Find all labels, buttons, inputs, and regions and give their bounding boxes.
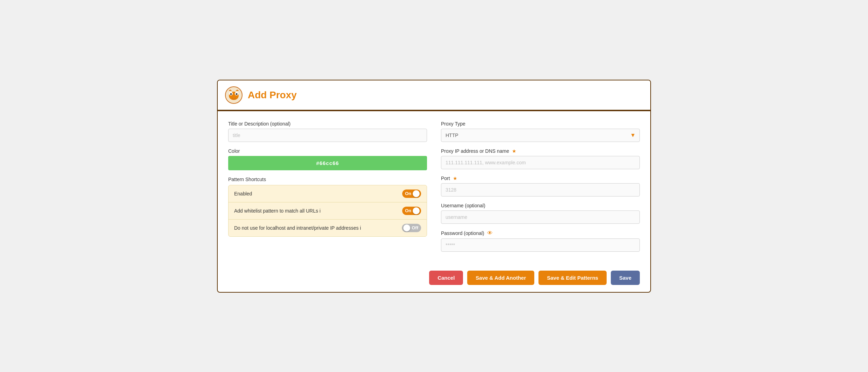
- color-label: Color: [228, 148, 427, 154]
- toggle-knob: [413, 190, 420, 197]
- footer-buttons: Cancel Save & Add Another Save & Edit Pa…: [218, 265, 650, 292]
- shortcut-label-localhost: Do not use for localhost and intranet/pr…: [234, 225, 361, 231]
- username-field-group: Username (optional): [441, 203, 640, 224]
- right-column: Proxy Type HTTP HTTPS SOCKS4 SOCKS5 ▼ Pr…: [441, 121, 640, 258]
- shortcut-label-whitelist: Add whitelist pattern to match all URLs …: [234, 208, 320, 214]
- title-label: Title or Description (optional): [228, 121, 427, 127]
- proxy-ip-field-group: Proxy IP address or DNS name ★: [441, 148, 640, 169]
- whitelist-info-icon[interactable]: i: [319, 208, 320, 214]
- title-field-group: Title or Description (optional): [228, 121, 427, 142]
- toggle-whitelist[interactable]: On: [402, 207, 421, 215]
- svg-point-5: [236, 93, 238, 95]
- save-edit-patterns-button[interactable]: Save & Edit Patterns: [538, 271, 607, 285]
- port-label: Port ★: [441, 176, 640, 181]
- username-input[interactable]: [441, 210, 640, 224]
- port-field-group: Port ★: [441, 176, 640, 196]
- password-label: Password (optional) 👁: [441, 230, 640, 236]
- localhost-info-icon[interactable]: i: [360, 225, 361, 231]
- username-label: Username (optional): [441, 203, 640, 208]
- toggle-on-label-2: On: [405, 208, 411, 213]
- shortcut-row-whitelist: Add whitelist pattern to match all URLs …: [229, 202, 427, 220]
- app-logo: [225, 86, 243, 104]
- svg-point-4: [230, 93, 232, 95]
- color-button[interactable]: #66cc66: [228, 156, 427, 170]
- header: Add Proxy: [218, 80, 650, 111]
- proxy-type-label: Proxy Type: [441, 121, 640, 127]
- proxy-ip-label: Proxy IP address or DNS name ★: [441, 148, 640, 154]
- shortcut-label-enabled: Enabled: [234, 191, 252, 196]
- password-input[interactable]: [441, 238, 640, 252]
- shortcuts-box: Enabled On Add whitelist pattern to matc…: [228, 185, 427, 237]
- shortcut-row-localhost: Do not use for localhost and intranet/pr…: [229, 220, 427, 236]
- shortcut-row-enabled: Enabled On: [229, 185, 427, 202]
- proxy-type-select-wrapper: HTTP HTTPS SOCKS4 SOCKS5 ▼: [441, 129, 640, 142]
- cancel-button[interactable]: Cancel: [429, 271, 463, 285]
- form-content: Title or Description (optional) Color #6…: [218, 111, 650, 265]
- password-field-group: Password (optional) 👁: [441, 230, 640, 252]
- add-proxy-window: Add Proxy Title or Description (optional…: [217, 80, 651, 293]
- toggle-enabled[interactable]: On: [402, 189, 421, 198]
- toggle-on-label: On: [405, 191, 411, 196]
- toggle-knob-3: [403, 224, 410, 231]
- save-button[interactable]: Save: [611, 271, 640, 285]
- title-input[interactable]: [228, 129, 427, 142]
- port-star: ★: [453, 176, 457, 181]
- color-field-group: Color #66cc66: [228, 148, 427, 170]
- shortcuts-label: Pattern Shortcuts: [228, 177, 427, 182]
- proxy-type-field-group: Proxy Type HTTP HTTPS SOCKS4 SOCKS5 ▼: [441, 121, 640, 142]
- proxy-type-select[interactable]: HTTP HTTPS SOCKS4 SOCKS5: [441, 129, 640, 142]
- proxy-ip-input[interactable]: [441, 156, 640, 169]
- toggle-off-label: Off: [412, 225, 418, 230]
- port-input[interactable]: [441, 183, 640, 196]
- toggle-knob-2: [413, 207, 420, 214]
- toggle-localhost[interactable]: Off: [402, 224, 421, 232]
- save-add-another-button[interactable]: Save & Add Another: [467, 271, 534, 285]
- page-title: Add Proxy: [248, 90, 297, 101]
- left-column: Title or Description (optional) Color #6…: [228, 121, 427, 258]
- shortcuts-field-group: Pattern Shortcuts Enabled On Add whiteli: [228, 177, 427, 237]
- proxy-ip-star: ★: [512, 148, 516, 154]
- password-eye-icon[interactable]: 👁: [487, 230, 493, 236]
